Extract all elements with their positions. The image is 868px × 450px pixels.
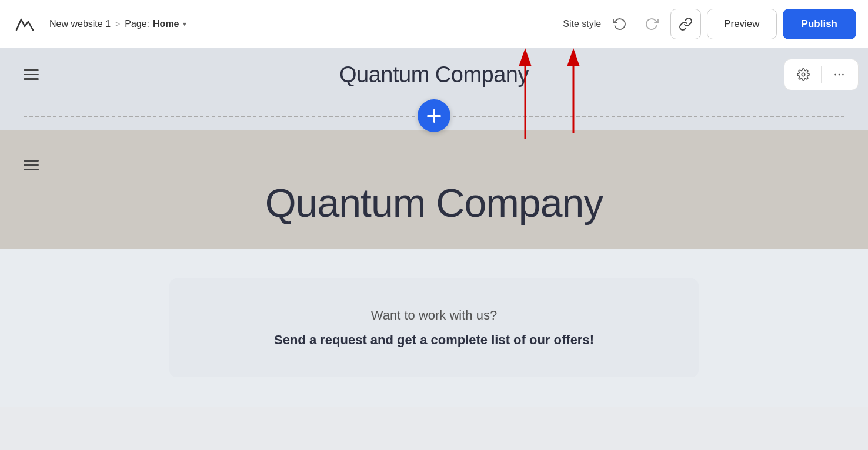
content-card-section: Want to work with us? Send a request and… (0, 249, 868, 407)
link-button[interactable] (670, 9, 701, 39)
hamburger-menu-icon[interactable] (24, 69, 39, 80)
site-style-link[interactable]: Site style (563, 19, 601, 29)
chevron-down-icon: ▾ (183, 20, 186, 28)
add-section-button[interactable] (418, 99, 450, 132)
breadcrumb-separator: > (115, 19, 120, 29)
hero-title: Quantum Company (265, 180, 603, 226)
svg-point-0 (802, 73, 805, 76)
topbar: New website 1 > Page: Home ▾ Site style … (0, 0, 868, 48)
content-area: Quantum Company Quantum Company Want to … (0, 48, 868, 450)
hero-hamburger-icon[interactable] (24, 160, 39, 170)
undo-button[interactable] (607, 11, 633, 37)
more-options-button[interactable] (829, 64, 850, 85)
page-selector[interactable]: Page: Home ▾ (125, 19, 186, 29)
preview-button[interactable]: Preview (707, 9, 776, 39)
nav-section: Quantum Company (0, 48, 868, 101)
logo[interactable] (12, 11, 38, 37)
card-description: Send a request and get a complete list o… (205, 333, 663, 348)
page-label: Page: (125, 19, 149, 29)
site-name[interactable]: New website 1 (49, 19, 111, 29)
settings-button[interactable] (793, 64, 814, 85)
svg-point-3 (842, 74, 844, 76)
nav-title: Quantum Company (339, 62, 529, 88)
svg-point-1 (834, 74, 836, 76)
redo-button[interactable] (639, 11, 665, 37)
content-card: Want to work with us? Send a request and… (169, 278, 699, 377)
section-divider (0, 101, 868, 130)
breadcrumb: New website 1 > Page: Home ▾ (49, 19, 186, 29)
svg-point-2 (839, 74, 840, 76)
card-subtitle: Want to work with us? (205, 308, 663, 323)
hero-section: Quantum Company (0, 130, 868, 249)
floating-settings-panel (784, 59, 859, 90)
page-name: Home (153, 19, 179, 29)
publish-button[interactable]: Publish (783, 9, 856, 39)
panel-divider (821, 66, 822, 83)
